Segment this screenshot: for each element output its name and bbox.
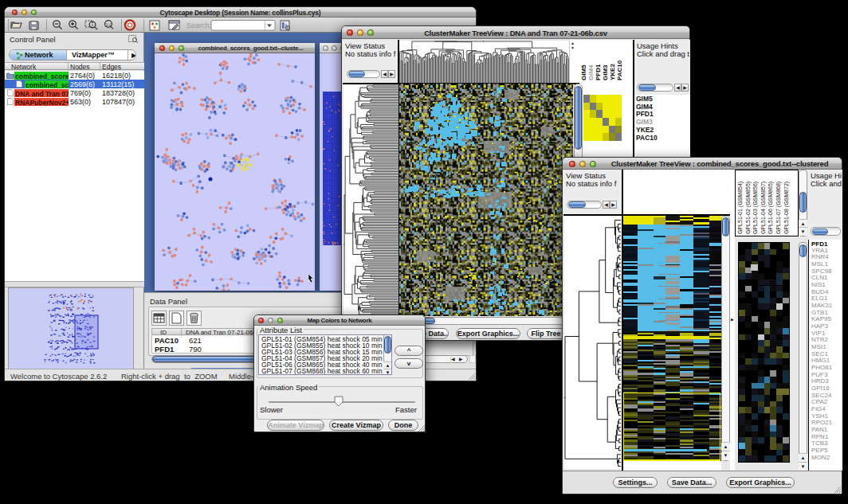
svg-text:Search:: Search: (186, 21, 211, 29)
svg-text:YKE2: YKE2 (609, 64, 616, 80)
svg-text:GPL51-06 (GSM865): GPL51-06 (GSM865) (768, 182, 774, 234)
svg-text:1:1: 1:1 (106, 23, 112, 27)
svg-text:GIM3: GIM3 (602, 64, 609, 80)
svg-text:GPL51-08 (GSM872): GPL51-08 (GSM872) (783, 182, 790, 234)
svg-text:GPL51-07 (GSM868): GPL51-07 (GSM868) (775, 182, 782, 234)
svg-text:GPL51-03 (GSM856): GPL51-03 (GSM856) (752, 182, 759, 234)
svg-text:GPL51-04 (GSM857): GPL51-04 (GSM857) (760, 182, 767, 234)
svg-text:PAC10: PAC10 (616, 60, 623, 80)
svg-text:GIM4: GIM4 (587, 64, 595, 80)
svg-text:GPL51-02 (GSM855): GPL51-02 (GSM855) (745, 182, 752, 234)
svg-text:GPL51-01 (GSM854): GPL51-01 (GSM854) (737, 182, 744, 234)
svg-text:PFD1: PFD1 (595, 64, 602, 80)
svg-text:GIM5: GIM5 (580, 64, 587, 80)
